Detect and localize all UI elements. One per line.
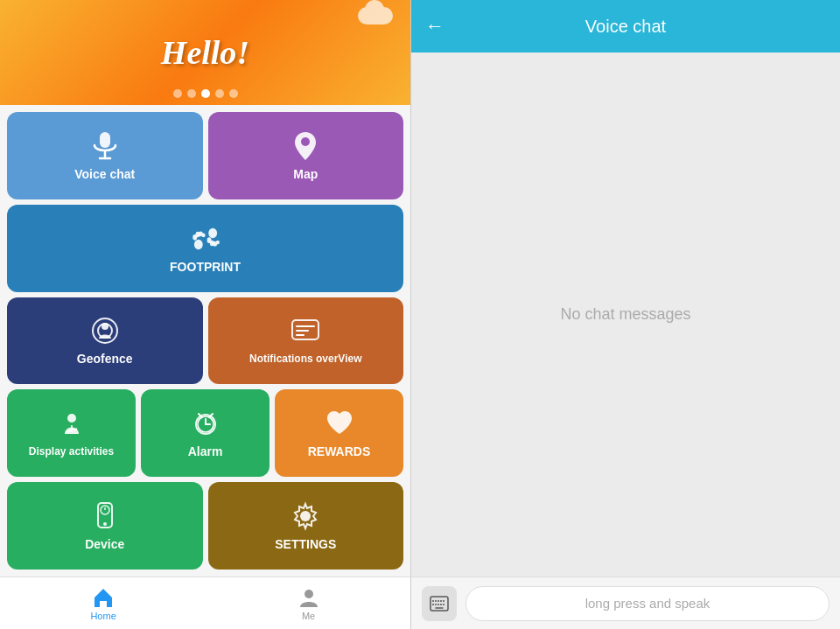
- settings-button[interactable]: SETTINGS: [208, 482, 404, 570]
- map-button[interactable]: Map: [208, 112, 404, 199]
- dot-1: [173, 89, 182, 98]
- notifications-label: Notifications overView: [249, 353, 361, 365]
- svg-point-8: [201, 233, 205, 237]
- nav-home-label: Home: [90, 611, 116, 621]
- device-button[interactable]: Device: [7, 482, 203, 570]
- svg-point-21: [67, 414, 76, 423]
- display-activities-button[interactable]: Display activities: [7, 389, 136, 477]
- chat-input-bar: long press and speak: [411, 577, 840, 629]
- svg-point-32: [103, 522, 107, 526]
- dot-5: [229, 89, 238, 98]
- keyboard-button[interactable]: [422, 586, 457, 621]
- chat-title: Voice chat: [585, 17, 666, 37]
- grid-row-2: FOOTPRINT: [7, 205, 403, 292]
- voice-chat-label: Voice chat: [74, 167, 135, 181]
- banner-dots: [173, 89, 238, 98]
- svg-rect-0: [100, 132, 110, 148]
- right-phone-panel: ← Voice chat No chat messages: [411, 0, 840, 629]
- settings-label: SETTINGS: [275, 537, 336, 551]
- display-activities-label: Display activities: [29, 445, 114, 458]
- svg-point-4: [193, 240, 202, 249]
- svg-point-13: [215, 240, 219, 244]
- svg-point-9: [208, 227, 217, 237]
- cloud-decoration: [358, 7, 393, 24]
- notification-icon: [290, 316, 321, 347]
- pin-icon: [290, 130, 321, 162]
- gear-icon: [290, 500, 321, 532]
- rewards-button[interactable]: REWARDS: [275, 389, 403, 477]
- grid-row-5: Device SETTINGS: [7, 482, 403, 570]
- nav-home[interactable]: Home: [90, 586, 116, 621]
- voice-chat-button[interactable]: Voice chat: [7, 112, 203, 199]
- activity-icon: [56, 409, 88, 440]
- speak-placeholder: long press and speak: [585, 596, 710, 611]
- alarm-icon: [190, 408, 221, 439]
- alarm-label: Alarm: [188, 444, 223, 458]
- left-phone-panel: Hello! Voice chat: [0, 0, 411, 629]
- svg-point-16: [102, 323, 108, 330]
- app-grid: Voice chat Map: [0, 105, 410, 577]
- svg-point-14: [93, 318, 117, 343]
- bottom-nav: Home Me: [0, 577, 410, 629]
- grid-row-1: Voice chat Map: [7, 112, 403, 199]
- svg-point-35: [300, 511, 311, 521]
- heart-icon: [324, 408, 355, 439]
- footprint-label: FOOTPRINT: [170, 260, 241, 274]
- geofence-icon: [89, 315, 121, 346]
- dot-4: [215, 89, 224, 98]
- geofence-label: Geofence: [77, 352, 133, 366]
- alarm-button[interactable]: Alarm: [141, 389, 270, 477]
- speak-input[interactable]: long press and speak: [466, 586, 830, 621]
- dot-3: [201, 89, 210, 98]
- footprint-icon: [190, 223, 221, 255]
- dot-2: [187, 89, 196, 98]
- device-label: Device: [85, 537, 124, 551]
- chat-header: ← Voice chat: [411, 0, 840, 52]
- mic-icon: [89, 130, 121, 162]
- empty-messages-text: No chat messages: [560, 305, 690, 324]
- grid-row-3: Geofence Notifications overView: [7, 297, 403, 385]
- map-label: Map: [293, 167, 318, 181]
- nav-me[interactable]: Me: [298, 586, 320, 621]
- notifications-button[interactable]: Notifications overView: [208, 297, 404, 385]
- grid-row-4: Display activities Alarm: [7, 389, 403, 477]
- nav-me-label: Me: [302, 611, 315, 621]
- home-icon: [92, 586, 115, 609]
- device-icon: [89, 500, 121, 532]
- banner: Hello!: [0, 0, 410, 105]
- banner-title: Hello!: [161, 33, 249, 72]
- chat-messages-area: No chat messages: [411, 52, 840, 577]
- person-icon: [298, 586, 320, 609]
- keyboard-icon: [430, 596, 449, 612]
- geofence-button[interactable]: Geofence: [7, 297, 203, 385]
- footprint-button[interactable]: FOOTPRINT: [7, 205, 403, 292]
- svg-point-36: [304, 590, 313, 598]
- back-button[interactable]: ←: [425, 15, 444, 38]
- svg-point-3: [301, 137, 310, 146]
- rewards-label: REWARDS: [308, 444, 371, 458]
